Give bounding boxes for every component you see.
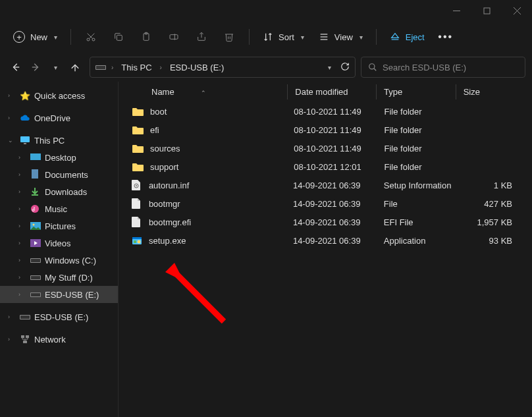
- search-input[interactable]: [383, 63, 518, 72]
- drive-icon: [20, 312, 30, 322]
- file-row[interactable]: bootmgr 14-09-2021 06:39 File 427 KB: [119, 194, 532, 213]
- drive-icon: [95, 63, 106, 71]
- sidebar-label: Downloads: [45, 187, 87, 197]
- chevron-down-icon: ▾: [54, 34, 57, 41]
- chevron-right-icon: ›: [18, 291, 26, 298]
- file-name: efi: [150, 125, 287, 135]
- sidebar-item-esd-usb-e-2[interactable]: › ESD-USB (E:): [0, 308, 118, 325]
- sidebar-item-onedrive[interactable]: › OneDrive: [0, 109, 118, 126]
- file-date: 14-09-2021 06:39: [293, 181, 377, 190]
- sidebar-item-downloads[interactable]: › Downloads: [0, 183, 118, 200]
- sidebar-label: OneDrive: [34, 113, 70, 123]
- file-type: File folder: [385, 162, 460, 172]
- column-header-type[interactable]: Type: [384, 87, 464, 97]
- svg-point-24: [369, 64, 375, 69]
- folder-icon: [132, 106, 144, 117]
- paste-button[interactable]: [133, 26, 159, 48]
- sidebar-item-documents[interactable]: › Documents: [0, 166, 118, 183]
- column-header-name[interactable]: Name⌃: [151, 87, 295, 97]
- svg-marker-17: [391, 34, 398, 38]
- file-name: sources: [150, 144, 287, 153]
- breadcrumb-item[interactable]: This PC: [119, 61, 154, 74]
- new-label: New: [30, 32, 47, 42]
- svg-rect-51: [134, 240, 136, 243]
- breadcrumb[interactable]: › This PC › ESD-USB (E:) ▾: [90, 57, 356, 78]
- file-size: 427 KB: [466, 199, 512, 209]
- column-header-size[interactable]: Size: [464, 87, 512, 97]
- drive-icon: [30, 289, 41, 300]
- sidebar-item-quick-access[interactable]: › ⭐ Quick access: [0, 87, 118, 104]
- sort-button[interactable]: Sort ▾: [256, 29, 311, 45]
- view-button[interactable]: View ▾: [312, 29, 369, 45]
- close-button[interactable]: [502, 0, 532, 21]
- sidebar-item-music[interactable]: › Music: [0, 200, 118, 217]
- file-name: bootmgr: [149, 199, 286, 209]
- file-type: EFI File: [384, 217, 460, 227]
- svg-rect-29: [32, 169, 38, 179]
- minimize-button[interactable]: [441, 0, 471, 21]
- file-row[interactable]: boot 08-10-2021 11:49 File folder: [119, 102, 532, 121]
- more-button[interactable]: •••: [433, 26, 459, 48]
- breadcrumb-item[interactable]: ESD-USB (E:): [167, 61, 226, 74]
- file-name: setup.exe: [149, 236, 286, 246]
- monitor-icon: [20, 135, 30, 146]
- sidebar-label: Network: [34, 335, 66, 345]
- chevron-right-icon: ›: [8, 92, 16, 99]
- svg-point-32: [33, 224, 35, 226]
- sidebar-label: Pictures: [45, 221, 76, 231]
- sidebar-item-windows-c[interactable]: › Windows (C:): [0, 252, 118, 269]
- file-size: 1 KB: [466, 181, 512, 190]
- file-row[interactable]: support 08-10-2021 12:01 File folder: [119, 157, 532, 176]
- sidebar-label: Documents: [45, 170, 88, 180]
- forward-button[interactable]: [30, 62, 41, 72]
- svg-rect-44: [26, 335, 29, 338]
- chevron-right-icon: ›: [18, 240, 26, 246]
- copy-button[interactable]: [105, 26, 132, 48]
- file-row[interactable]: bootmgr.efi 14-09-2021 06:39 EFI File 1,…: [119, 213, 532, 231]
- file-row[interactable]: efi 08-10-2021 11:49 File folder: [119, 121, 532, 139]
- column-header-date[interactable]: Date modified: [295, 87, 384, 97]
- sidebar-item-my-stuff-d[interactable]: › My Stuff (D:): [0, 269, 118, 286]
- network-icon: [20, 334, 30, 345]
- file-date: 14-09-2021 06:39: [293, 236, 377, 246]
- rename-button[interactable]: [161, 26, 187, 48]
- drive-icon: [30, 255, 41, 265]
- file-row[interactable]: sources 08-10-2021 11:49 File folder: [119, 139, 532, 157]
- cut-button[interactable]: [78, 26, 104, 48]
- svg-rect-28: [30, 153, 41, 160]
- share-button[interactable]: [188, 26, 215, 48]
- svg-rect-26: [20, 136, 30, 142]
- chevron-right-icon: ›: [18, 223, 26, 229]
- sidebar: › ⭐ Quick access › OneDrive ⌄ This PC › …: [0, 82, 119, 417]
- file-icon: [132, 217, 142, 227]
- sidebar-item-network[interactable]: › Network: [0, 331, 118, 348]
- config-icon: [132, 180, 142, 190]
- sidebar-item-desktop[interactable]: › Desktop: [0, 149, 118, 166]
- file-row[interactable]: setup.exe 14-09-2021 06:39 Application 9…: [119, 231, 532, 250]
- refresh-button[interactable]: [340, 62, 350, 73]
- file-row[interactable]: autorun.inf 14-09-2021 06:39 Setup Infor…: [119, 176, 532, 194]
- eject-button[interactable]: Eject: [383, 29, 431, 45]
- sidebar-item-videos[interactable]: › Videos: [0, 235, 118, 252]
- svg-rect-36: [31, 259, 40, 262]
- chevron-right-icon: ›: [18, 206, 26, 212]
- maximize-button[interactable]: [471, 0, 502, 21]
- app-icon: [132, 235, 142, 246]
- chevron-down-icon: ▾: [359, 34, 363, 41]
- search-box[interactable]: [361, 57, 525, 78]
- delete-button[interactable]: [216, 26, 242, 48]
- folder-icon: [132, 161, 144, 172]
- breadcrumb-dropdown[interactable]: ▾: [328, 64, 331, 71]
- new-button[interactable]: + New ▾: [7, 28, 64, 45]
- file-icon: [132, 198, 142, 209]
- sidebar-item-esd-usb-e[interactable]: › ESD-USB (E:): [0, 286, 118, 303]
- up-button[interactable]: [70, 62, 80, 72]
- sort-label: Sort: [279, 32, 294, 42]
- back-button[interactable]: [11, 62, 21, 72]
- sidebar-item-pictures[interactable]: › Pictures: [0, 217, 118, 235]
- sidebar-item-this-pc[interactable]: ⌄ This PC: [0, 132, 118, 149]
- chevron-right-icon: ›: [160, 64, 162, 71]
- svg-point-50: [138, 240, 141, 244]
- file-type: Setup Information: [384, 181, 460, 190]
- recent-locations-button[interactable]: ▾: [50, 62, 61, 72]
